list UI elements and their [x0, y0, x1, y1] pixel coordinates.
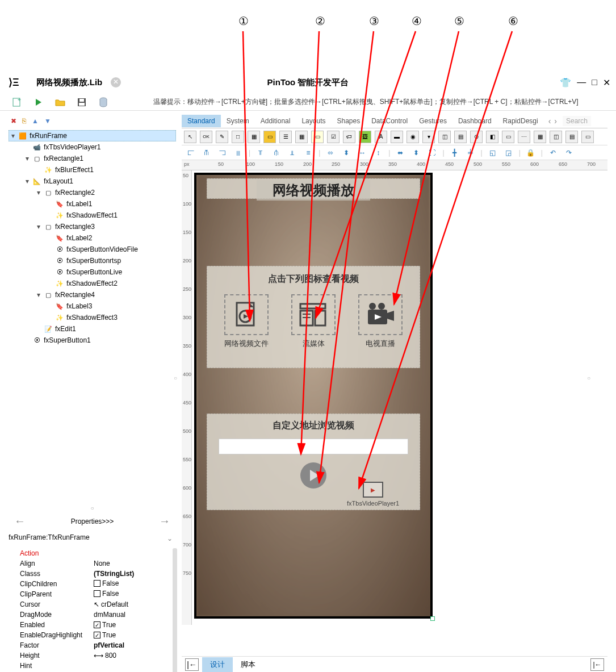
- tree-item-fxEdit1[interactable]: 📝fxEdit1: [9, 323, 176, 335]
- collapse-icon[interactable]: |←: [590, 658, 604, 671]
- palette-tabs-icon[interactable]: ▤: [454, 131, 467, 143]
- palette-combo-icon[interactable]: ▾: [422, 131, 435, 143]
- tree-item-fxRectangle1[interactable]: ▾▢fxRectangle1: [9, 153, 176, 164]
- prop-DragMode[interactable]: DragModedmManual: [20, 610, 176, 620]
- center-v-icon[interactable]: ╪: [465, 148, 476, 158]
- tshirt-icon[interactable]: 👕: [560, 77, 571, 88]
- palette-ok-icon[interactable]: OK: [200, 131, 212, 143]
- tree-item-fxTbsVideoPlayer1[interactable]: 📹fxTbsVideoPlayer1: [9, 141, 176, 153]
- tree-item-fxShadowEffect1[interactable]: ✨fxShadowEffect1: [9, 210, 176, 221]
- space-v-icon[interactable]: ↕: [372, 148, 384, 158]
- distribute-v-icon[interactable]: ⬍: [341, 148, 352, 158]
- prop-Cursor[interactable]: Cursor↖crDefault: [20, 599, 176, 610]
- align-rows-icon[interactable]: ≡: [303, 148, 314, 158]
- save-icon[interactable]: [76, 97, 87, 108]
- tree-copy-icon[interactable]: ⎘: [22, 117, 26, 125]
- tree-item-fxRectangle4[interactable]: ▾▢fxRectangle4: [9, 289, 176, 300]
- palette-card-icon[interactable]: ▭: [502, 131, 514, 143]
- tab-shapes[interactable]: Shapes: [331, 115, 366, 127]
- palette-more1-icon[interactable]: ⋯: [518, 131, 530, 143]
- panel-resize-handle[interactable]: ○: [9, 505, 176, 511]
- tab-rapiddesgi[interactable]: RapidDesgi: [497, 115, 544, 127]
- design-tab[interactable]: 设计: [202, 657, 233, 672]
- center-h-icon[interactable]: ╋: [449, 148, 460, 158]
- size-h-icon[interactable]: ⬍: [410, 148, 422, 158]
- palette-grid-icon[interactable]: ▦: [295, 131, 308, 143]
- palette-panel-icon[interactable]: ▭: [263, 131, 276, 143]
- align-right-icon[interactable]: ⫎: [217, 148, 228, 158]
- design-canvas[interactable]: 网络视频播放 点击下列图标查看视频 网络视频文件 流媒体 电视直播: [194, 173, 433, 619]
- tree-item-fxLabel1[interactable]: 🔖fxLabel1: [9, 198, 176, 210]
- back-icon[interactable]: |←: [185, 658, 199, 671]
- title-card[interactable]: 网络视频播放: [207, 178, 420, 199]
- tree-item-fxRectangle2[interactable]: ▾▢fxRectangle2: [9, 187, 176, 198]
- align-top-icon[interactable]: ⫪: [255, 148, 266, 158]
- palette-more2-icon[interactable]: ▦: [534, 131, 546, 143]
- streaming-button[interactable]: 流媒体: [282, 294, 345, 349]
- palette-cursor-icon[interactable]: ↖: [184, 131, 196, 143]
- palette-list-icon[interactable]: ☰: [279, 131, 292, 143]
- tab-additional[interactable]: Additional: [255, 115, 296, 127]
- tab-system[interactable]: System: [221, 115, 255, 127]
- video-player-placeholder[interactable]: fxTbsVideoPlayer1: [347, 482, 399, 507]
- tree-item-fxSuperButtonrtsp[interactable]: ⦿fxSuperButtonrtsp: [9, 255, 176, 266]
- database-icon[interactable]: [98, 97, 109, 108]
- send-back-icon[interactable]: ◲: [503, 148, 514, 158]
- url-input[interactable]: [219, 439, 408, 454]
- open-folder-icon[interactable]: [55, 97, 66, 108]
- new-file-icon[interactable]: +: [11, 97, 23, 108]
- bring-front-icon[interactable]: ◱: [487, 148, 498, 158]
- palette-group-icon[interactable]: ▦: [248, 131, 260, 143]
- align-left-icon[interactable]: ⫍: [185, 148, 196, 158]
- maximize-button[interactable]: □: [592, 77, 597, 87]
- palette-check-icon[interactable]: ☑: [327, 131, 340, 143]
- undo-icon[interactable]: ↶: [547, 148, 559, 158]
- prop-Align[interactable]: AlignNone: [20, 558, 176, 569]
- distribute-h-icon[interactable]: ⬄: [325, 148, 336, 158]
- tree-item-fxShadowEffect3[interactable]: ✨fxShadowEffect3: [9, 312, 176, 323]
- palette-text-icon[interactable]: A: [375, 131, 387, 143]
- search-input[interactable]: Search: [563, 116, 591, 126]
- prop-ClipChildren[interactable]: ClipChildrenFalse: [20, 579, 176, 589]
- redo-icon[interactable]: ↷: [563, 148, 575, 158]
- run-icon[interactable]: [33, 97, 44, 108]
- video-file-button[interactable]: 网络视频文件: [215, 294, 278, 349]
- prop-Height[interactable]: Height⟷800: [20, 650, 176, 661]
- tab-prev-icon[interactable]: ‹: [548, 116, 551, 126]
- prop-forward-icon[interactable]: →: [159, 515, 170, 528]
- palette-rect-icon[interactable]: ▭: [311, 131, 324, 143]
- prop-ClipParent[interactable]: ClipParentFalse: [20, 589, 176, 599]
- prop-Hint[interactable]: Hint: [20, 661, 176, 671]
- palette-progress-icon[interactable]: ▬: [391, 131, 403, 143]
- tree-item-fxBlurEffect1[interactable]: ✨fxBlurEffect1: [9, 164, 176, 176]
- palette-layers-icon[interactable]: ◧: [486, 131, 498, 143]
- align-bottom-icon[interactable]: ⫫: [287, 148, 298, 158]
- prop-Classs[interactable]: Classs(TStringList): [20, 569, 176, 579]
- close-button[interactable]: ✕: [603, 77, 610, 88]
- tree-up-icon[interactable]: ▲: [32, 117, 39, 125]
- tree-item-fxSuperButtonVideoFile[interactable]: ⦿fxSuperButtonVideoFile: [9, 244, 176, 255]
- palette-image-icon[interactable]: 🖼: [359, 131, 371, 143]
- script-tab[interactable]: 脚本: [233, 657, 263, 672]
- prop-EnableDragHighlight[interactable]: EnableDragHighlight✓True: [20, 630, 176, 640]
- properties-list[interactable]: ActionAlignNoneClasss(TStringList)ClipCh…: [9, 548, 176, 672]
- tree-item-fxRectangle3[interactable]: ▾▢fxRectangle3: [9, 221, 176, 232]
- tree-item-fxLabel3[interactable]: 🔖fxLabel3: [9, 300, 176, 312]
- tab-standard[interactable]: Standard: [182, 115, 221, 127]
- palette-square-icon[interactable]: □: [232, 131, 244, 143]
- size-both-icon[interactable]: ⛶: [426, 148, 438, 158]
- align-middle-icon[interactable]: ⫛: [271, 148, 282, 158]
- palette-brush-icon[interactable]: ✎: [216, 131, 228, 143]
- tree-item-fxShadowEffect2[interactable]: ✨fxShadowEffect2: [9, 278, 176, 289]
- tab-datacontrol[interactable]: DataControl: [366, 115, 413, 127]
- canvas-side-handle[interactable]: ○: [587, 375, 590, 381]
- tree-item-fxSuperButtonLive[interactable]: ⦿fxSuperButtonLive: [9, 266, 176, 278]
- palette-window-icon[interactable]: ◫: [438, 131, 451, 143]
- prop-Factor[interactable]: FactorpfVertical: [20, 640, 176, 650]
- canvas-left-handle[interactable]: ○: [174, 375, 177, 381]
- tree-item-fxSuperButton1[interactable]: ⦿fxSuperButton1: [9, 335, 176, 346]
- tab-layouts[interactable]: Layouts: [296, 115, 331, 127]
- palette-radio-icon[interactable]: ◉: [407, 131, 419, 143]
- size-w-icon[interactable]: ⬌: [395, 148, 406, 158]
- palette-more3-icon[interactable]: ◫: [550, 131, 562, 143]
